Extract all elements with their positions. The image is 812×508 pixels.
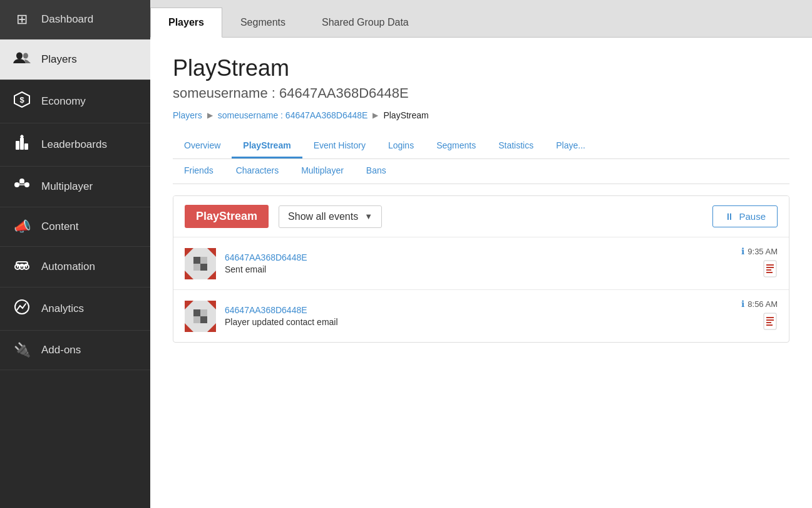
svg-rect-31 <box>200 264 207 271</box>
page-title: PlayStream <box>173 55 789 81</box>
breadcrumb-user[interactable]: someusername : 64647AA368D6448E <box>218 110 368 120</box>
sidebar-item-analytics[interactable]: Analytics <box>0 288 150 331</box>
event-row: 64647AA368D6448E Sent email ℹ 9:35 AM <box>173 237 789 289</box>
leaderboards-icon <box>13 135 31 155</box>
top-tab-players[interactable]: Players <box>150 8 222 38</box>
economy-icon: $ <box>13 91 31 111</box>
top-tabs-bar: Players Segments Shared Group Data <box>150 0 812 38</box>
show-all-events-dropdown[interactable]: Show all events ▼ <box>279 205 382 228</box>
svg-rect-30 <box>193 264 200 271</box>
svg-rect-6 <box>24 143 28 150</box>
sidebar-item-label: Add-ons <box>41 344 81 356</box>
event-timestamp: 8:56 AM <box>748 299 778 309</box>
svg-text:$: $ <box>19 95 24 105</box>
svg-rect-4 <box>16 141 19 150</box>
svg-rect-42 <box>193 309 200 316</box>
sidebar-item-label: Automation <box>41 261 95 273</box>
sidebar-item-label: Multiplayer <box>41 180 93 193</box>
sidebar-item-label: Analytics <box>41 303 84 315</box>
playstream-badge: PlayStream <box>185 205 269 228</box>
svg-point-18 <box>17 266 18 267</box>
svg-point-19 <box>21 266 23 267</box>
sidebar-item-players[interactable]: Players <box>0 39 150 80</box>
sidebar-item-label: Content <box>41 220 79 233</box>
addons-icon: 🔌 <box>13 342 31 358</box>
content-icon: 📣 <box>13 219 31 235</box>
top-tab-shared-group-data[interactable]: Shared Group Data <box>304 8 427 38</box>
analytics-icon <box>13 299 31 319</box>
event-info: 64647AA368D6448E Sent email <box>225 252 732 274</box>
tab-playstream[interactable]: PlayStream <box>232 134 302 158</box>
tab-statistics[interactable]: Statistics <box>487 134 545 158</box>
event-time: ℹ 9:35 AM <box>741 246 778 256</box>
players-icon <box>13 51 31 68</box>
svg-marker-8 <box>20 135 24 137</box>
svg-rect-46 <box>764 313 776 329</box>
playstream-panel: PlayStream Show all events ▼ ⏸ Pause <box>173 195 789 343</box>
tab-friends[interactable]: Friends <box>173 159 225 184</box>
sidebar-item-content[interactable]: 📣 Content <box>0 207 150 247</box>
sidebar-item-label: Dashboard <box>41 13 93 26</box>
svg-point-10 <box>24 182 29 187</box>
avatar <box>185 248 216 279</box>
svg-rect-45 <box>200 316 207 323</box>
playstream-header: PlayStream Show all events ▼ ⏸ Pause <box>173 196 789 237</box>
document-icon[interactable] <box>763 260 778 281</box>
pause-button[interactable]: ⏸ Pause <box>712 205 778 227</box>
sidebar-item-automation[interactable]: Automation <box>0 247 150 288</box>
event-description: Sent email <box>225 264 732 274</box>
chevron-down-icon: ▼ <box>364 212 373 221</box>
sidebar-item-addons[interactable]: 🔌 Add-ons <box>0 331 150 370</box>
info-icon[interactable]: ℹ <box>741 299 744 309</box>
breadcrumb-current: PlayStream <box>383 110 428 120</box>
info-icon[interactable]: ℹ <box>741 246 744 256</box>
tab-characters[interactable]: Characters <box>225 159 290 184</box>
sidebar-item-economy[interactable]: $ Economy <box>0 80 150 123</box>
svg-rect-28 <box>193 257 200 264</box>
event-description: Player updated contact email <box>225 317 732 327</box>
tab-logins[interactable]: Logins <box>377 134 425 158</box>
svg-rect-29 <box>200 257 207 264</box>
page-subtitle: someusername : 64647AA368D6448E <box>173 85 789 101</box>
pause-label: Pause <box>739 211 766 222</box>
tab-overview[interactable]: Overview <box>173 134 232 158</box>
breadcrumb-players[interactable]: Players <box>173 110 202 120</box>
automation-icon <box>13 258 31 276</box>
dropdown-label: Show all events <box>288 211 358 222</box>
tab-playe[interactable]: Playe... <box>545 134 597 158</box>
sidebar-item-multiplayer[interactable]: Multiplayer <box>0 167 150 207</box>
svg-rect-5 <box>20 138 24 150</box>
sidebar-item-leaderboards[interactable]: Leaderboards <box>0 123 150 167</box>
sub-tabs-row1: Overview PlayStream Event History Logins… <box>173 134 789 159</box>
event-user-link[interactable]: 64647AA368D6448E <box>225 305 732 315</box>
event-row: 64647AA368D6448E Player updated contact … <box>173 289 789 342</box>
top-tab-segments[interactable]: Segments <box>222 8 304 38</box>
svg-point-20 <box>26 266 27 267</box>
breadcrumb: Players ▶ someusername : 64647AA368D6448… <box>173 110 789 120</box>
tab-segments[interactable]: Segments <box>425 134 487 158</box>
tab-event-history[interactable]: Event History <box>302 134 377 158</box>
svg-rect-32 <box>764 261 776 277</box>
tab-bans[interactable]: Bans <box>355 159 398 184</box>
sidebar-item-dashboard[interactable]: ⊞ Dashboard <box>0 0 150 39</box>
event-timestamp: 9:35 AM <box>748 247 778 256</box>
svg-point-9 <box>14 182 19 187</box>
svg-rect-43 <box>200 309 207 316</box>
event-meta: ℹ 8:56 AM <box>741 299 778 333</box>
avatar <box>185 301 216 332</box>
sidebar: ⊞ Dashboard Players $ Economy <box>0 0 150 508</box>
event-info: 64647AA368D6448E Player updated contact … <box>225 305 732 327</box>
svg-point-0 <box>16 53 23 60</box>
pause-icon: ⏸ <box>724 211 734 222</box>
tab-multiplayer[interactable]: Multiplayer <box>290 159 355 184</box>
main-area: Players Segments Shared Group Data PlayS… <box>150 0 812 508</box>
sidebar-item-label: Economy <box>41 95 86 108</box>
document-icon[interactable] <box>763 313 778 333</box>
svg-point-1 <box>23 53 28 59</box>
multiplayer-icon <box>13 178 31 195</box>
event-user-link[interactable]: 64647AA368D6448E <box>225 252 732 262</box>
breadcrumb-arrow-1: ▶ <box>207 111 213 120</box>
content-area: PlayStream someusername : 64647AA368D644… <box>150 38 812 508</box>
event-time: ℹ 8:56 AM <box>741 299 778 309</box>
dashboard-icon: ⊞ <box>13 11 31 28</box>
